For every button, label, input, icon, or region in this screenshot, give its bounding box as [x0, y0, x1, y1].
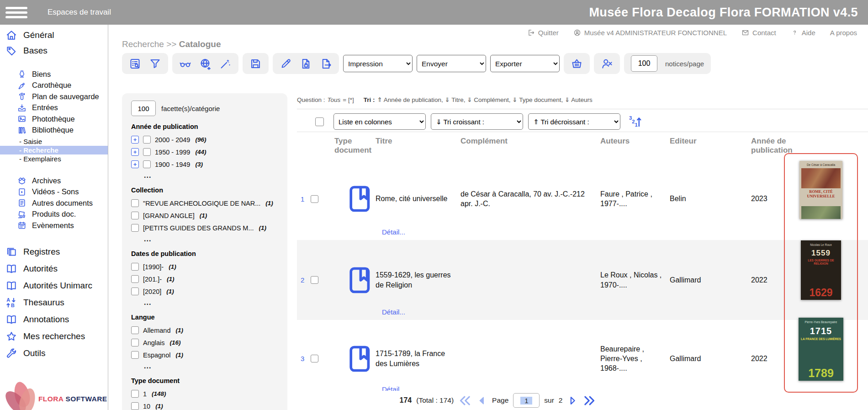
aide-link[interactable]: Aide — [791, 29, 815, 37]
row-number-link[interactable]: 2 — [297, 276, 311, 284]
sidebar-item-biens[interactable]: Biens — [0, 69, 108, 80]
glasses-icon[interactable] — [179, 58, 191, 70]
sidebar-item-recherche[interactable]: - Recherche — [0, 146, 108, 154]
sidebar-item-thesaurus[interactable]: ABThesaurus — [0, 294, 108, 311]
facet-checkbox[interactable] — [131, 390, 139, 398]
facet-checkbox[interactable] — [131, 402, 139, 410]
quitter-link[interactable]: Quitter — [527, 29, 559, 37]
facet-item-2000-2049: +2000 - 2049(96) — [131, 133, 283, 146]
basket-icon[interactable] — [571, 58, 583, 70]
sidebar-item-exemplaires[interactable]: - Exemplaires — [0, 154, 108, 163]
sidebar-item-mes-recherches[interactable]: Mes recherches — [0, 328, 108, 345]
book-type-icon[interactable] — [344, 183, 376, 214]
facet-checkbox[interactable] — [143, 136, 151, 144]
facet-more-link[interactable]: ... — [131, 235, 283, 243]
row-checkbox[interactable] — [311, 276, 318, 284]
contact-label: Contact — [752, 29, 776, 37]
tri-croissant-select[interactable]: ⇓ Tri croissant : — [431, 113, 523, 130]
next-page-icon[interactable] — [567, 395, 578, 406]
envoyer-select[interactable]: Envoyer — [417, 55, 486, 72]
row-checkbox[interactable] — [311, 355, 318, 362]
sidebar-item-autorites[interactable]: Autorités — [0, 261, 108, 277]
breadcrumb-section[interactable]: Recherche — [122, 39, 164, 49]
facet-checkbox[interactable] — [131, 275, 139, 283]
liste-en-colonnes-select[interactable]: Liste en colonnes — [333, 113, 426, 130]
book-type-icon[interactable] — [344, 265, 376, 296]
sidebar-item-autorites-unimarc[interactable]: Autorités Unimarc — [0, 277, 108, 294]
exporter-select[interactable]: Exporter — [490, 55, 560, 72]
tri-decroissant-select[interactable]: ⇑ Tri décroissant : — [528, 113, 620, 130]
sidebar-item-plan-de-sauvegarde[interactable]: Plan de sauvegarde — [0, 91, 108, 102]
book-cover-les-guerres-de-religion[interactable]: Nicolas Le Roux1559LES GUERRES DE RELIGI… — [801, 240, 841, 300]
facet-label: [1990]- — [143, 263, 164, 271]
user-menu[interactable]: Musée v4 ADMINISTRATEUR FONCTIONNEL — [573, 29, 727, 37]
detail-link[interactable]: Détail... — [382, 228, 405, 236]
menu-icon[interactable] — [5, 7, 27, 18]
user-x-icon[interactable] — [601, 58, 613, 70]
sidebar-item-bibliotheque[interactable]: Bibliothèque — [0, 125, 108, 136]
sur-label: sur — [544, 396, 554, 405]
expand-plus-icon[interactable]: + — [131, 136, 139, 144]
book-cover-rome-cite-universelle[interactable]: De César à CaracallaROME, CITÉ UNIVERSEL… — [799, 161, 842, 219]
facet-checkbox[interactable] — [131, 224, 139, 232]
expand-plus-icon[interactable]: + — [131, 148, 139, 156]
sidebar-item-registres[interactable]: Registres — [0, 244, 108, 261]
sidebar-item-general[interactable]: Général — [0, 27, 108, 43]
book-cover-la-france-des-lumieres[interactable]: Pierre-Yves Beaurepaire1715LA FRANCE DES… — [799, 318, 843, 381]
facet-checkbox[interactable] — [131, 339, 139, 346]
row-number-link[interactable]: 3 — [297, 355, 311, 362]
books-icon — [17, 126, 26, 135]
star-icon — [5, 330, 17, 342]
facet-more-link[interactable]: ... — [131, 362, 283, 370]
facet-checkbox[interactable] — [131, 288, 139, 295]
sidebar-item-saisie[interactable]: - Saisie — [0, 137, 108, 146]
sidebar-item-bases[interactable]: Bases — [0, 43, 108, 59]
magic-wand-icon[interactable] — [219, 58, 232, 70]
sidebar-item-label: Thesaurus — [23, 298, 64, 308]
edit-icon[interactable] — [280, 58, 292, 70]
sidebar-item-archives[interactable]: Archives — [0, 175, 108, 186]
facet-checkbox[interactable] — [131, 351, 139, 359]
contact-link[interactable]: Contact — [741, 29, 776, 37]
facet-checkbox[interactable] — [131, 212, 139, 219]
page-number-input[interactable]: 1 — [513, 393, 540, 408]
detail-link[interactable]: Détail... — [382, 308, 405, 316]
row-number-link[interactable]: 1 — [297, 195, 311, 203]
sidebar-item-annotations[interactable]: Annotations — [0, 311, 108, 328]
select-all-checkbox[interactable] — [315, 117, 324, 126]
expand-plus-icon[interactable]: + — [131, 160, 139, 168]
sidebar-item-outils[interactable]: Outils — [0, 345, 108, 362]
notices-per-page-input[interactable] — [631, 55, 657, 72]
facet-more-link[interactable]: ... — [131, 298, 283, 307]
previous-page-icon[interactable] — [476, 395, 487, 406]
facet-checkbox[interactable] — [143, 148, 151, 156]
page-lock-icon[interactable] — [300, 58, 312, 70]
book-type-icon[interactable] — [344, 343, 376, 374]
sidebar-item-phototheque[interactable]: Photothèque — [0, 113, 108, 125]
facet-checkbox[interactable] — [131, 199, 139, 207]
facet-more-link[interactable]: ... — [131, 171, 283, 180]
list-search-icon[interactable] — [129, 58, 141, 70]
sidebar-item-produits-doc[interactable]: Produits doc. — [0, 209, 108, 220]
sidebar-item-carotheque[interactable]: Carothèque — [0, 80, 108, 91]
sidebar-item-videos-sons[interactable]: Vidéos - Sons — [0, 186, 108, 198]
save-icon[interactable] — [249, 58, 262, 70]
filter-icon[interactable] — [149, 58, 161, 70]
facet-checkbox[interactable] — [131, 326, 139, 334]
sidebar-item-evenements[interactable]: Evènements — [0, 220, 108, 231]
globe-upload-icon[interactable] — [199, 58, 212, 70]
facet-checkbox[interactable] — [143, 160, 151, 168]
facet-checkbox[interactable] — [131, 263, 139, 271]
workspace-label[interactable]: Espaces de travail — [48, 8, 111, 17]
sidebar-item-autres-documents[interactable]: Autres documents — [0, 197, 108, 209]
last-page-icon[interactable] — [583, 394, 596, 407]
first-page-icon[interactable] — [458, 394, 471, 407]
cover-title: LA FRANCE DES LUMIÈRES — [801, 337, 841, 341]
sidebar-item-entrees[interactable]: Entrées — [0, 102, 108, 114]
apropos-link[interactable]: A propos — [830, 29, 857, 37]
impression-select[interactable]: Impression — [343, 55, 413, 72]
facet-count-input[interactable] — [131, 101, 156, 116]
page-export-icon[interactable] — [320, 58, 332, 70]
row-checkbox[interactable] — [311, 195, 318, 203]
sort-numeric-icon[interactable]: 321 — [628, 115, 642, 128]
